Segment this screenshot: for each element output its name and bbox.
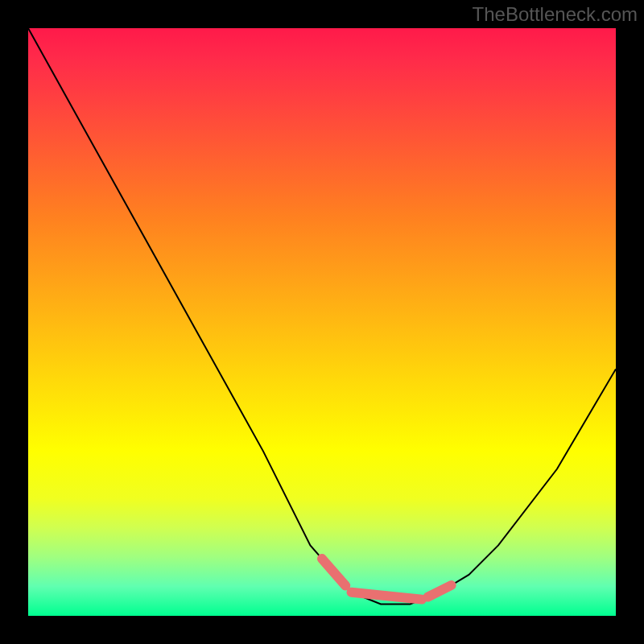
highlight-segment-3 xyxy=(427,585,451,597)
highlight-segment-1 xyxy=(322,559,345,585)
watermark-text: TheBottleneck.com xyxy=(473,3,638,26)
chart-svg xyxy=(28,28,616,616)
bottleneck-curve-line xyxy=(28,28,616,604)
highlight-segment-2 xyxy=(352,592,423,600)
chart-plot-area xyxy=(28,28,616,616)
